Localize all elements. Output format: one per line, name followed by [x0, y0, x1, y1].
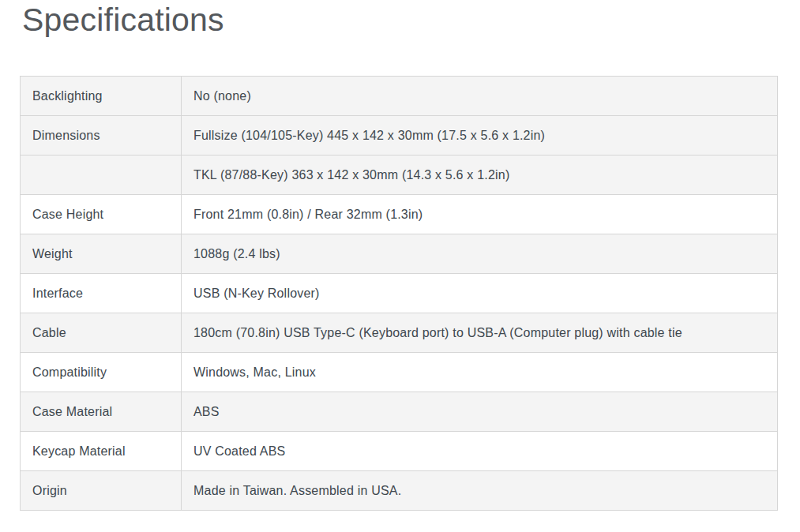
specifications-page: Specifications Backlighting No (none) Di…	[0, 0, 800, 532]
spec-row: Compatibility Windows, Mac, Linux	[21, 353, 778, 392]
spec-value-cell: Windows, Mac, Linux	[182, 353, 778, 392]
spec-value-cell: ABS	[182, 392, 778, 432]
spec-row: TKL (87/88-Key) 363 x 142 x 30mm (14.3 x…	[21, 155, 778, 195]
spec-row: Origin Made in Taiwan. Assembled in USA.	[21, 471, 778, 511]
page-title: Specifications	[22, 2, 224, 39]
spec-value-cell: USB (N-Key Rollover)	[182, 274, 778, 313]
spec-row: Cable 180cm (70.8in) USB Type-C (Keyboar…	[21, 313, 778, 353]
spec-label-cell: Interface	[21, 274, 182, 313]
spec-value-cell: UV Coated ABS	[182, 432, 778, 471]
spec-row: Case Height Front 21mm (0.8in) / Rear 32…	[21, 195, 778, 234]
spec-value-cell: TKL (87/88-Key) 363 x 142 x 30mm (14.3 x…	[182, 155, 778, 195]
spec-row: Weight 1088g (2.4 lbs)	[21, 234, 778, 274]
spec-label-cell: Cable	[21, 313, 182, 353]
spec-label-cell: Case Height	[21, 195, 182, 234]
specifications-table: Backlighting No (none) Dimensions Fullsi…	[20, 76, 778, 511]
spec-label-cell: Dimensions	[21, 116, 182, 155]
spec-label-cell: Origin	[21, 471, 182, 511]
spec-label-cell: Weight	[21, 234, 182, 274]
spec-table-body: Backlighting No (none) Dimensions Fullsi…	[21, 77, 778, 511]
spec-label-cell: Case Material	[21, 392, 182, 432]
spec-row: Dimensions Fullsize (104/105-Key) 445 x …	[21, 116, 778, 155]
spec-value-cell: 180cm (70.8in) USB Type-C (Keyboard port…	[182, 313, 778, 353]
spec-label-cell: Keycap Material	[21, 432, 182, 471]
spec-row: Backlighting No (none)	[21, 77, 778, 116]
spec-row: Keycap Material UV Coated ABS	[21, 432, 778, 471]
spec-row: Case Material ABS	[21, 392, 778, 432]
spec-label-cell	[21, 155, 182, 195]
spec-label-cell: Compatibility	[21, 353, 182, 392]
spec-label-cell: Backlighting	[21, 77, 182, 116]
spec-row: Interface USB (N-Key Rollover)	[21, 274, 778, 313]
spec-value-cell: 1088g (2.4 lbs)	[182, 234, 778, 274]
spec-value-cell: Front 21mm (0.8in) / Rear 32mm (1.3in)	[182, 195, 778, 234]
spec-value-cell: Made in Taiwan. Assembled in USA.	[182, 471, 778, 511]
spec-value-cell: Fullsize (104/105-Key) 445 x 142 x 30mm …	[182, 116, 778, 155]
spec-value-cell: No (none)	[182, 77, 778, 116]
